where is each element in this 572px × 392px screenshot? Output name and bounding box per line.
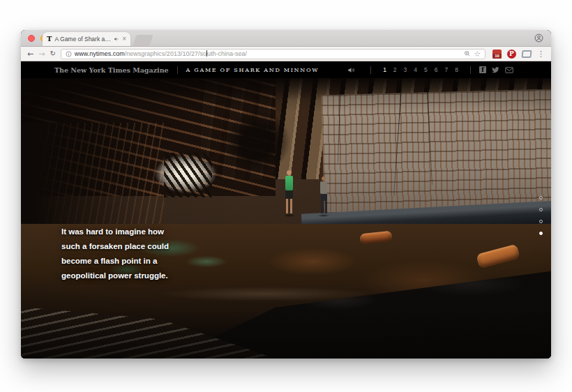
nyt-favicon-icon: T — [47, 36, 52, 43]
nyt-magazine-logo[interactable]: The New York Times Magazine — [54, 66, 169, 74]
page-number-8[interactable]: 8 — [455, 66, 458, 73]
page-number-4[interactable]: 4 — [414, 66, 417, 73]
url-text: www.nytimes.com/newsgraphics/2013/10/27/… — [75, 50, 247, 57]
progress-dot-2[interactable] — [539, 208, 543, 211]
page-info-icon[interactable] — [66, 51, 72, 57]
extensions-area: 10 P ⋮ — [492, 50, 545, 59]
mute-audio-icon[interactable] — [347, 66, 355, 74]
forward-button[interactable]: → — [38, 50, 45, 58]
frame-extension-icon[interactable] — [521, 50, 532, 58]
back-button[interactable]: ← — [27, 50, 33, 58]
story-caption: It was hard to imagine how such a forsak… — [61, 225, 169, 283]
desktop-background: T A Game of Shark and Minn × ← → ↻ — [0, 0, 572, 392]
calendar-extension-icon[interactable]: 10 — [492, 50, 502, 59]
page-number-7[interactable]: 7 — [445, 66, 449, 73]
tab-audio-icon[interactable] — [114, 36, 119, 42]
zoom-icon[interactable] — [464, 50, 471, 57]
facebook-icon[interactable]: f — [479, 66, 486, 73]
browser-toolbar: ← → ↻ www.nytimes.com/newsgraphics/2013/… — [21, 47, 551, 61]
close-window-button[interactable] — [28, 35, 35, 42]
site-masthead: The New York Times Magazine A GAME OF SH… — [21, 61, 551, 78]
page-number-3[interactable]: 3 — [404, 66, 407, 73]
section-progress-dots — [539, 196, 543, 235]
pinterest-extension-icon[interactable]: P — [507, 50, 516, 59]
bookmark-star-icon[interactable]: ☆ — [474, 50, 481, 58]
article-title: A GAME OF SHARK AND MINNOW — [186, 67, 319, 73]
page-number-2[interactable]: 2 — [393, 66, 397, 73]
twitter-icon[interactable] — [492, 67, 499, 73]
photo-vignette — [21, 78, 551, 359]
social-share: f — [479, 66, 513, 73]
address-bar[interactable]: www.nytimes.com/newsgraphics/2013/10/27/… — [61, 49, 486, 59]
tab-close-icon[interactable]: × — [122, 36, 126, 43]
page-number-6[interactable]: 6 — [435, 66, 438, 73]
profile-icon[interactable] — [534, 33, 543, 43]
reload-button[interactable]: ↻ — [50, 50, 55, 57]
url-path-left: /newsgraphics/2013/10/27/so — [125, 50, 206, 57]
masthead-divider — [370, 66, 371, 74]
new-tab-button[interactable] — [133, 35, 153, 46]
page-number-5[interactable]: 5 — [424, 66, 428, 73]
page-navigation: 1 2 3 4 5 6 7 8 — [379, 66, 462, 73]
email-icon[interactable] — [505, 67, 513, 73]
progress-dot-1[interactable] — [539, 196, 543, 199]
browser-window: T A Game of Shark and Minn × ← → ↻ — [21, 30, 551, 359]
masthead-divider — [177, 66, 178, 74]
tab-strip: T A Game of Shark and Minn × — [21, 30, 551, 47]
browser-tab[interactable]: T A Game of Shark and Minn × — [43, 32, 130, 46]
progress-dot-4-active[interactable] — [539, 232, 543, 235]
masthead-divider — [470, 66, 471, 74]
progress-dot-3[interactable] — [539, 220, 543, 223]
page-number-1[interactable]: 1 — [383, 66, 386, 73]
url-path-right: uth-china-sea/ — [207, 50, 247, 57]
hero-photo-shipwreck: It was hard to imagine how such a forsak… — [21, 78, 551, 359]
browser-menu-icon[interactable]: ⋮ — [537, 50, 545, 58]
tab-title: A Game of Shark and Minn — [54, 36, 111, 43]
url-host: www.nytimes.com — [75, 50, 125, 57]
